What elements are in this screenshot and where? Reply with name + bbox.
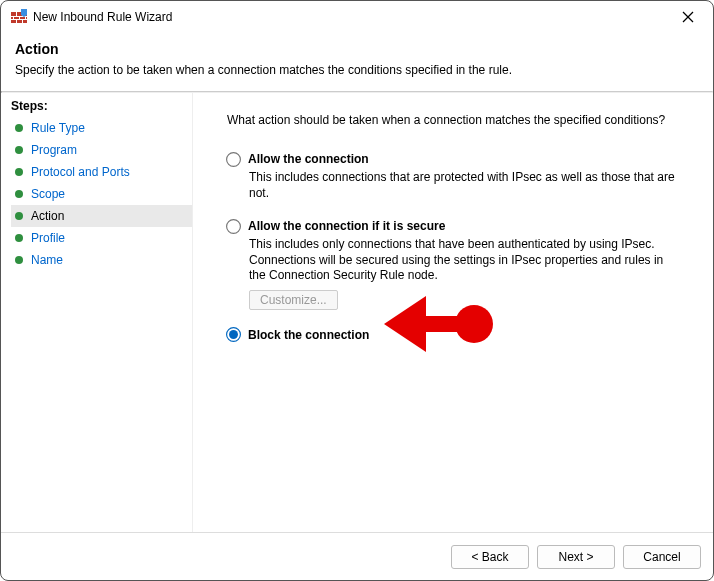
step-name[interactable]: Name — [11, 249, 192, 271]
step-rule-type[interactable]: Rule Type — [11, 117, 192, 139]
radio-allow[interactable] — [226, 152, 241, 167]
step-label: Name — [31, 253, 63, 267]
close-icon — [682, 11, 694, 23]
titlebar: New Inbound Rule Wizard — [1, 1, 713, 33]
step-protocol-ports[interactable]: Protocol and Ports — [11, 161, 192, 183]
svg-rect-7 — [25, 17, 26, 19]
option-allow-secure: Allow the connection if it is secure Thi… — [227, 219, 695, 310]
action-prompt: What action should be taken when a conne… — [227, 113, 695, 127]
option-allow-secure-desc: This includes only connections that have… — [249, 237, 679, 284]
steps-heading: Steps: — [11, 99, 192, 113]
customize-container: Customize... — [249, 290, 695, 310]
content-panel: What action should be taken when a conne… — [193, 93, 713, 532]
step-label: Profile — [31, 231, 65, 245]
svg-rect-8 — [16, 20, 17, 23]
step-bullet-icon — [15, 234, 23, 242]
step-bullet-icon — [15, 124, 23, 132]
step-label: Protocol and Ports — [31, 165, 130, 179]
step-bullet-icon — [15, 168, 23, 176]
option-block-title: Block the connection — [248, 328, 369, 342]
step-label: Scope — [31, 187, 65, 201]
cancel-button[interactable]: Cancel — [623, 545, 701, 569]
step-scope[interactable]: Scope — [11, 183, 192, 205]
radio-block[interactable] — [226, 327, 241, 342]
option-allow-desc: This includes connections that are prote… — [249, 170, 679, 201]
svg-rect-3 — [16, 12, 17, 16]
next-button[interactable]: Next > — [537, 545, 615, 569]
svg-rect-9 — [22, 20, 23, 23]
wizard-footer: < Back Next > Cancel — [1, 532, 713, 580]
page-title: Action — [15, 41, 699, 57]
customize-button: Customize... — [249, 290, 338, 310]
option-allow-secure-title: Allow the connection if it is secure — [248, 219, 445, 233]
svg-rect-5 — [13, 17, 14, 19]
step-bullet-icon — [15, 212, 23, 220]
window-title: New Inbound Rule Wizard — [33, 10, 673, 24]
page-header: Action Specify the action to be taken wh… — [1, 33, 713, 91]
wizard-window: New Inbound Rule Wizard Action Specify t… — [0, 0, 714, 581]
close-button[interactable] — [673, 5, 703, 29]
svg-rect-2 — [11, 19, 27, 20]
step-label: Rule Type — [31, 121, 85, 135]
option-allow-title: Allow the connection — [248, 152, 369, 166]
option-allow-secure-row[interactable]: Allow the connection if it is secure — [227, 219, 695, 233]
step-action[interactable]: Action — [11, 205, 192, 227]
firewall-icon — [11, 9, 27, 25]
step-bullet-icon — [15, 146, 23, 154]
step-profile[interactable]: Profile — [11, 227, 192, 249]
option-block: Block the connection — [227, 328, 695, 342]
step-bullet-icon — [15, 190, 23, 198]
option-block-row[interactable]: Block the connection — [227, 328, 695, 342]
wizard-body: Steps: Rule Type Program Protocol and Po… — [1, 93, 713, 532]
step-program[interactable]: Program — [11, 139, 192, 161]
radio-allow-secure[interactable] — [226, 219, 241, 234]
step-label: Action — [31, 209, 64, 223]
option-allow-row[interactable]: Allow the connection — [227, 152, 695, 166]
option-allow: Allow the connection This includes conne… — [227, 152, 695, 201]
back-button[interactable]: < Back — [451, 545, 529, 569]
svg-rect-6 — [19, 17, 20, 19]
step-label: Program — [31, 143, 77, 157]
page-subtitle: Specify the action to be taken when a co… — [15, 63, 699, 77]
steps-panel: Steps: Rule Type Program Protocol and Po… — [1, 93, 193, 532]
step-bullet-icon — [15, 256, 23, 264]
